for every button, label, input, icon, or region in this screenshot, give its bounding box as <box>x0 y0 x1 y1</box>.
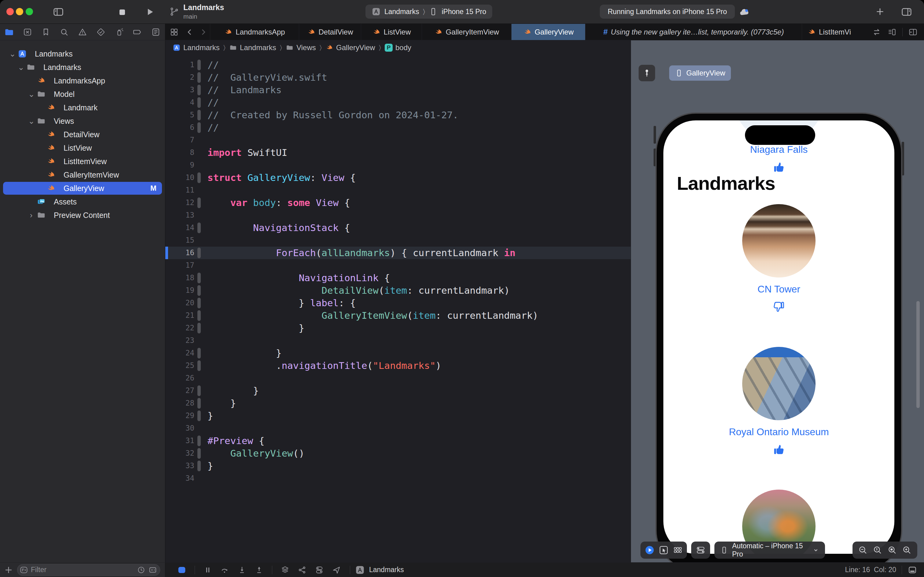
tab-commit[interactable]: #Using the new gallery ite…list, tempora… <box>585 24 802 40</box>
code-line-8[interactable]: 8import SwiftUI <box>165 147 631 159</box>
related-items-grid-icon[interactable] <box>165 24 183 40</box>
selectable-cursor-button[interactable] <box>658 545 669 555</box>
code-line-29[interactable]: 29} <box>165 409 631 422</box>
sidebar-item-preview-content[interactable]: ›Preview Content <box>0 208 165 222</box>
code-line-30[interactable]: 30 <box>165 422 631 435</box>
sidebar-item-galleryview[interactable]: GalleryViewM <box>0 182 165 195</box>
issues-icon[interactable] <box>73 27 92 37</box>
code-line-27[interactable]: 27 } <box>165 384 631 397</box>
view-hierarchy-button[interactable] <box>277 565 294 575</box>
breadcrumb-item[interactable]: Pbody <box>385 44 411 52</box>
landmark-image-royal-ontario-museum[interactable] <box>742 347 816 420</box>
sidebar-item-views[interactable]: ⌄Views <box>0 114 165 128</box>
code-line-13[interactable]: 13 <box>165 209 631 222</box>
code-line-16[interactable]: 16 ForEach(allLandmarks) { currentLandma… <box>165 247 631 259</box>
tab-landmarksapp[interactable]: LandmarksApp <box>210 24 299 40</box>
filter-menu-icon[interactable] <box>19 566 28 575</box>
thumbs-up-icon[interactable] <box>663 443 894 456</box>
variants-grid-button[interactable] <box>673 545 683 555</box>
add-editor-icon[interactable] <box>908 27 918 37</box>
sidebar-item-galleryitemview[interactable]: GalleryItemView <box>0 168 165 182</box>
tab-listitemvi[interactable]: ListItemVi <box>802 24 856 40</box>
add-remove-filter-icon[interactable] <box>148 566 157 575</box>
code-line-15[interactable]: 15 <box>165 234 631 247</box>
disclosure-chevron[interactable]: ⌄ <box>28 90 34 99</box>
run-destination-selector[interactable]: Landmarks 〉 iPhone 15 Pro <box>365 5 492 19</box>
tab-detailview[interactable]: DetailView <box>299 24 361 40</box>
memory-graph-button[interactable] <box>294 565 311 575</box>
pin-preview-button[interactable] <box>639 65 655 81</box>
back-chevron-icon[interactable] <box>183 24 196 40</box>
disclosure-chevron[interactable]: ⌄ <box>9 49 15 59</box>
code-line-25[interactable]: 25 .navigationTitle("Landmarks") <box>165 359 631 372</box>
sidebar-item-assets[interactable]: Assets <box>0 195 165 208</box>
code-line-20[interactable]: 20 } label: { <box>165 297 631 309</box>
code-line-26[interactable]: 26 <box>165 372 631 384</box>
swap-editors-icon[interactable] <box>872 27 882 37</box>
add-tab-button[interactable] <box>874 6 885 17</box>
project-navigator-folder-icon[interactable] <box>0 27 18 37</box>
disclosure-chevron[interactable]: ⌄ <box>28 116 34 126</box>
tab-galleryitemview[interactable]: GalleryItemView <box>422 24 511 40</box>
code-line-3[interactable]: 3// Landmarks <box>165 84 631 96</box>
code-line-22[interactable]: 22 } <box>165 322 631 334</box>
sidebar-item-landmark[interactable]: Landmark <box>0 101 165 114</box>
code-line-12[interactable]: 12 var body: some View { <box>165 197 631 209</box>
code-line-7[interactable]: 7 <box>165 134 631 147</box>
code-line-23[interactable]: 23 <box>165 334 631 347</box>
preview-scrollbar[interactable] <box>916 301 920 408</box>
code-line-28[interactable]: 28 } <box>165 397 631 409</box>
sidebar-item-landmarks[interactable]: ⌄Landmarks <box>0 61 165 74</box>
preview-device-selector[interactable]: Automatic – iPhone 15 Pro <box>715 542 825 559</box>
sidebar-item-landmarksapp[interactable]: LandmarksApp <box>0 74 165 87</box>
code-line-10[interactable]: 10struct GalleryView: View { <box>165 171 631 184</box>
filter-field[interactable]: Filter <box>17 564 160 576</box>
sidebar-item-landmarks[interactable]: ⌄Landmarks <box>0 47 165 61</box>
step-out-button[interactable] <box>251 565 268 575</box>
stop-button[interactable] <box>117 7 128 18</box>
bookmarks-icon[interactable] <box>37 27 55 37</box>
code-line-34[interactable]: 34 <box>165 472 631 485</box>
code-line-32[interactable]: 32 GalleryView() <box>165 447 631 459</box>
landmark-link[interactable]: Niagara Falls <box>663 144 894 155</box>
code-line-33[interactable]: 33} <box>165 459 631 472</box>
sidebar-toggle-icon[interactable] <box>53 6 64 18</box>
breadcrumb-item[interactable]: GalleryView <box>325 44 375 52</box>
breakpoints-icon[interactable] <box>128 27 146 37</box>
recent-filter-icon[interactable] <box>137 566 146 575</box>
landmark-image-cn-tower[interactable] <box>742 204 816 277</box>
landmark-link[interactable]: Royal Ontario Museum <box>663 426 894 438</box>
device-settings-button[interactable] <box>691 542 710 559</box>
reports-icon[interactable] <box>146 27 165 37</box>
tab-galleryview[interactable]: GalleryView <box>511 24 585 40</box>
zoom-in-button[interactable] <box>902 545 912 555</box>
code-line-19[interactable]: 19 DetailView(item: currentLandmark) <box>165 284 631 297</box>
disclosure-chevron[interactable]: ⌄ <box>18 63 24 72</box>
code-line-24[interactable]: 24 } <box>165 347 631 359</box>
environment-overrides-button[interactable] <box>311 565 328 575</box>
sidebar-item-model[interactable]: ⌄Model <box>0 87 165 101</box>
step-into-button[interactable] <box>233 565 251 575</box>
live-preview-play-button[interactable] <box>644 545 655 555</box>
code-line-21[interactable]: 21 GalleryItemView(item: currentLandmark… <box>165 309 631 322</box>
sidebar-item-listitemview[interactable]: ListItemView <box>0 155 165 168</box>
sidebar-item-detailview[interactable]: DetailView <box>0 128 165 141</box>
code-line-6[interactable]: 6// <box>165 121 631 134</box>
right-panel-toggle[interactable] <box>901 6 913 18</box>
code-line-17[interactable]: 17 <box>165 259 631 272</box>
breadcrumb-item[interactable]: Views <box>286 44 316 52</box>
tests-icon[interactable] <box>92 27 110 37</box>
disclosure-chevron[interactable]: › <box>28 211 34 220</box>
minimize-window-button[interactable] <box>16 8 23 15</box>
zoom-fit-button[interactable] <box>887 545 897 555</box>
bottom-panel-toggle-button[interactable] <box>908 565 917 575</box>
find-icon[interactable] <box>55 27 73 37</box>
tab-listview[interactable]: ListView <box>361 24 422 40</box>
add-file-button[interactable] <box>0 565 17 575</box>
breakpoints-toggle-button[interactable] <box>173 565 190 575</box>
landmark-link[interactable]: CN Tower <box>663 284 894 295</box>
run-button[interactable] <box>144 6 156 18</box>
editor-options-icon[interactable] <box>887 27 897 37</box>
zoom-100-button[interactable] <box>872 545 883 555</box>
close-window-button[interactable] <box>6 8 14 15</box>
